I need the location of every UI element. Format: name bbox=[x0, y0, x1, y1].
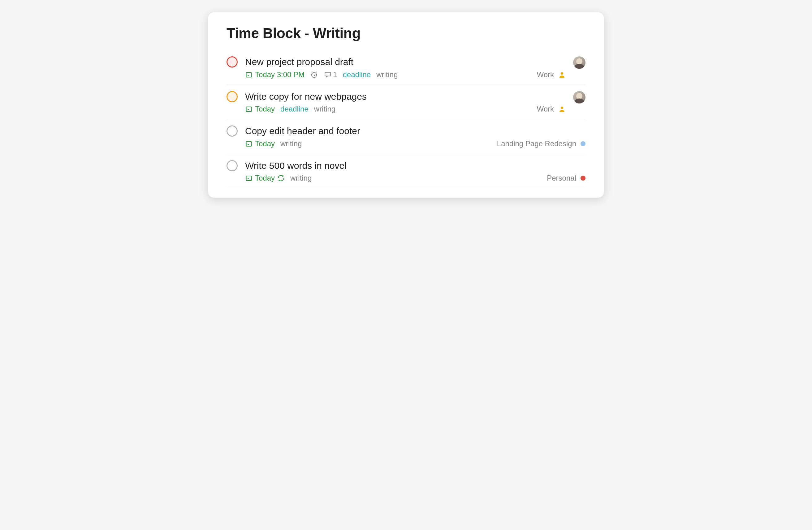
project-name: Work bbox=[537, 70, 554, 79]
task-checkbox[interactable] bbox=[227, 56, 238, 68]
task-row[interactable]: Write copy for new webpages Todaydeadlin… bbox=[227, 85, 585, 120]
project-name: Personal bbox=[547, 174, 576, 182]
comment-count[interactable]: 1 bbox=[324, 70, 337, 79]
project-indicator[interactable]: Work bbox=[537, 105, 566, 113]
person-icon bbox=[558, 71, 566, 78]
task-meta: TodaydeadlinewritingWork bbox=[245, 105, 566, 113]
project-indicator[interactable]: Landing Page Redesign bbox=[497, 139, 585, 148]
svg-rect-0 bbox=[246, 72, 251, 77]
task-checkbox[interactable] bbox=[227, 125, 238, 137]
due-date-text: Today bbox=[255, 139, 275, 148]
calendar-icon bbox=[245, 175, 252, 182]
task-meta-left: Today writing bbox=[245, 174, 311, 182]
calendar-icon bbox=[245, 140, 252, 148]
due-date-text: Today 3:00 PM bbox=[255, 70, 304, 79]
project-color-dot bbox=[581, 176, 585, 181]
task-right-column bbox=[573, 90, 585, 114]
tag-writing[interactable]: writing bbox=[280, 139, 302, 148]
task-meta: Today writingPersonal bbox=[245, 174, 585, 182]
calendar-icon bbox=[245, 105, 252, 113]
project-color-dot bbox=[581, 141, 585, 146]
tag-writing[interactable]: writing bbox=[376, 70, 398, 79]
project-name: Work bbox=[537, 105, 554, 113]
task-meta-left: Todaydeadlinewriting bbox=[245, 105, 335, 113]
task-body: Write copy for new webpages Todaydeadlin… bbox=[245, 90, 566, 114]
task-list: New project proposal draft Today 3:00 PM… bbox=[227, 50, 585, 188]
task-row[interactable]: New project proposal draft Today 3:00 PM… bbox=[227, 50, 585, 85]
calendar-icon bbox=[245, 71, 252, 78]
task-body: New project proposal draft Today 3:00 PM… bbox=[245, 56, 566, 79]
task-card: Time Block - Writing New project proposa… bbox=[208, 12, 604, 198]
task-checkbox[interactable] bbox=[227, 160, 238, 171]
project-indicator[interactable]: Personal bbox=[547, 174, 585, 182]
task-title[interactable]: New project proposal draft bbox=[245, 56, 566, 68]
svg-rect-7 bbox=[246, 142, 251, 146]
task-meta: Today 3:00 PM 1deadlinewritingWork bbox=[245, 70, 566, 79]
page-title: Time Block - Writing bbox=[227, 25, 585, 42]
tag-deadline[interactable]: deadline bbox=[343, 70, 371, 79]
task-meta: TodaywritingLanding Page Redesign bbox=[245, 139, 585, 148]
avatar[interactable] bbox=[573, 91, 585, 103]
comment-count-value: 1 bbox=[333, 70, 337, 79]
task-row[interactable]: Write 500 words in novel Today writingPe… bbox=[227, 154, 585, 189]
task-body: Copy edit header and footer Todaywriting… bbox=[245, 125, 585, 148]
due-date-text: Today bbox=[255, 174, 275, 182]
due-date[interactable]: Today bbox=[245, 105, 275, 113]
task-title[interactable]: Copy edit header and footer bbox=[245, 125, 585, 138]
task-meta-left: Today 3:00 PM 1deadlinewriting bbox=[245, 70, 398, 79]
svg-point-6 bbox=[561, 107, 563, 109]
person-icon bbox=[558, 105, 566, 113]
tag-writing[interactable]: writing bbox=[314, 105, 335, 113]
due-date-text: Today bbox=[255, 105, 275, 113]
svg-rect-4 bbox=[246, 107, 251, 112]
task-right-column bbox=[573, 56, 585, 79]
comment-icon bbox=[324, 71, 332, 79]
task-checkbox[interactable] bbox=[227, 91, 238, 102]
alarm-icon[interactable] bbox=[310, 71, 318, 79]
due-date[interactable]: Today 3:00 PM bbox=[245, 70, 304, 79]
svg-rect-9 bbox=[246, 176, 251, 181]
tag-deadline[interactable]: deadline bbox=[280, 105, 308, 113]
project-name: Landing Page Redesign bbox=[497, 139, 576, 148]
svg-point-3 bbox=[561, 72, 563, 75]
avatar[interactable] bbox=[573, 56, 585, 69]
due-date[interactable]: Today bbox=[245, 139, 275, 148]
task-meta-left: Todaywriting bbox=[245, 139, 302, 148]
project-indicator[interactable]: Work bbox=[537, 70, 566, 79]
task-title[interactable]: Write 500 words in novel bbox=[245, 159, 585, 172]
task-title[interactable]: Write copy for new webpages bbox=[245, 90, 566, 103]
tag-writing[interactable]: writing bbox=[290, 174, 311, 182]
due-date[interactable]: Today bbox=[245, 174, 275, 182]
task-row[interactable]: Copy edit header and footer Todaywriting… bbox=[227, 119, 585, 154]
task-body: Write 500 words in novel Today writingPe… bbox=[245, 159, 585, 183]
recurring-icon bbox=[277, 175, 285, 182]
